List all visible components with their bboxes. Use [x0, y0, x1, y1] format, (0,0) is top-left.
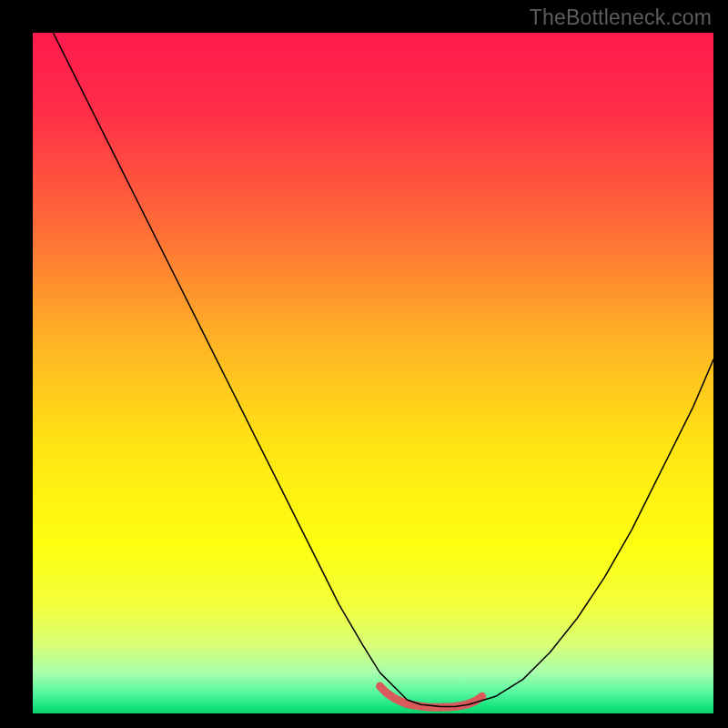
chart-frame: TheBottleneck.com — [0, 0, 728, 728]
optimal-highlight-line — [379, 686, 481, 707]
curve-layer — [33, 33, 713, 713]
plot-area — [33, 33, 713, 713]
bottleneck-curve-line — [53, 33, 713, 707]
watermark-text: TheBottleneck.com — [530, 5, 712, 30]
